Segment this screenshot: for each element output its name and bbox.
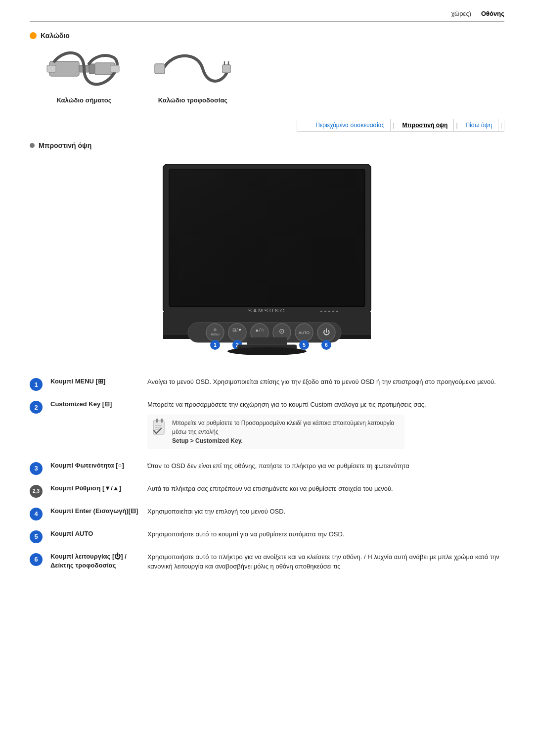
svg-rect-7 <box>222 65 230 73</box>
button-4-row: 4 Κουμπί Enter (Εισαγωγή)[⊟] Χρησιμοποιε… <box>30 507 504 520</box>
button-1-badge: 1 <box>30 378 43 391</box>
button-2-name-col: Customized Key [⊟] <box>50 400 139 409</box>
power-cable-item: Καλώδιο τροφοδοσίας <box>153 47 232 104</box>
button-6-name: Κουμπί λειτουργίας [⏻] / Δείκτης τροφοδο… <box>50 553 127 569</box>
button-2-badge: 2 <box>30 401 43 414</box>
front-bullet-icon <box>30 143 35 148</box>
button-4-name: Κουμπί Enter (Εισαγωγή)[⊟] <box>50 507 138 515</box>
button-3-name: Κουμπί Φωτεινότητα [○] <box>50 462 124 469</box>
tab-rear-view[interactable]: Πίσω όψη <box>460 119 498 131</box>
button-2-desc: Μπορείτε να προσαρμόσετε την εκχώρηση γι… <box>147 400 504 452</box>
cable-section: Καλώδιο <box>30 32 504 104</box>
button-1-name: Κουμπί MENU [⊞] <box>50 378 105 385</box>
button-6-name-col: Κουμπί λειτουργίας [⏻] / Δείκτης τροφοδο… <box>50 552 139 570</box>
front-section-label: Μπροστινή όψη <box>39 142 91 149</box>
svg-text:1: 1 <box>214 342 217 348</box>
svg-text:6: 6 <box>325 342 328 348</box>
button-1-desc: Ανοίγει το μενού OSD. Χρησιμοποιείται επ… <box>147 377 504 387</box>
svg-rect-51 <box>156 419 158 423</box>
button-23-name-col: Κουμπί Ρύθμιση [▼/▲] <box>50 484 139 493</box>
note-pencil-icon <box>151 419 167 434</box>
button-23-row: 2,3 Κουμπί Ρύθμιση [▼/▲] Αυτά τα πλήκτρα… <box>30 484 504 498</box>
button-2-row: 2 Customized Key [⊟] Μπορείτε να προσαρμ… <box>30 400 504 452</box>
cable-title-row: Καλώδιο <box>30 32 504 40</box>
svg-rect-12 <box>169 169 365 307</box>
button-6-badge: 6 <box>30 553 43 566</box>
svg-rect-5 <box>110 65 119 72</box>
svg-point-27 <box>228 324 246 341</box>
power-cable-label: Καλώδιο τροφοδοσίας <box>158 96 227 104</box>
button-23-name: Κουμπί Ρύθμιση [▼/▲] <box>50 484 121 492</box>
customized-key-note: Μπορείτε να ρυθμίσετε το Προσαρμοσμένο κ… <box>147 415 404 449</box>
svg-rect-52 <box>161 419 163 423</box>
button-4-desc: Χρησιμοποιείται για την επιλογή του μενο… <box>147 507 504 517</box>
button-5-name-col: Κουμπί AUTO <box>50 529 139 538</box>
svg-rect-6 <box>155 64 165 74</box>
front-title-row: Μπροστινή όψη <box>30 142 504 149</box>
tab-navigation[interactable]: Περιεχόμενα συσκευασίας | Μπροστινή όψη … <box>297 119 504 132</box>
svg-text:▲/☆: ▲/☆ <box>255 328 264 332</box>
signal-cable-label: Καλώδιο σήματος <box>56 96 111 104</box>
tab-package-contents[interactable]: Περιεχόμενα συσκευασίας <box>310 119 391 131</box>
button-4-badge: 4 <box>30 508 43 520</box>
svg-text:5: 5 <box>303 342 306 348</box>
header-monitor: Οθόνης <box>481 10 504 17</box>
button-5-name: Κουμπί AUTO <box>50 530 93 537</box>
cable-images-row: Καλώδιο σήματος Καλώδιο τρ <box>44 47 504 104</box>
button-3-desc: Όταν το OSD δεν είναι επί της οθόνης, πα… <box>147 461 504 471</box>
buttons-section: 1 Κουμπί MENU [⊞] Ανοίγει το μενού OSD. … <box>30 377 504 571</box>
svg-rect-2 <box>89 64 95 74</box>
button-1-row: 1 Κουμπί MENU [⊞] Ανοίγει το μενού OSD. … <box>30 377 504 391</box>
svg-text:⏻: ⏻ <box>323 328 330 336</box>
tab-front-view[interactable]: Μπροστινή όψη <box>397 119 454 131</box>
svg-text:⊙: ⊙ <box>279 327 285 335</box>
front-view-section: Μπροστινή όψη SAMSUNG <box>30 142 504 362</box>
button-2-name: Customized Key [⊟] <box>50 400 112 408</box>
button-3-row: 3 Κουμπί Φωτεινότητα [○] Όταν το OSD δεν… <box>30 461 504 475</box>
svg-text:⊟/▼: ⊟/▼ <box>232 328 242 332</box>
monitor-svg: SAMSUNG ⊞ MENU 1 ⊟/▼ <box>138 154 396 362</box>
cable-section-label: Καλώδιο <box>41 32 70 40</box>
cable-bullet-icon <box>30 32 37 39</box>
power-cable-image <box>153 47 232 93</box>
signal-cable-image <box>44 47 124 93</box>
signal-cable-item: Καλώδιο σήματος <box>44 47 124 104</box>
button-5-badge: 5 <box>30 530 43 543</box>
monitor-image-area: SAMSUNG ⊞ MENU 1 ⊟/▼ <box>30 154 504 362</box>
button-5-desc: Χρησιμοποιήστε αυτό το κουμπί για να ρυθ… <box>147 529 504 539</box>
button-3-name-col: Κουμπί Φωτεινότητα [○] <box>50 461 139 470</box>
svg-text:MENU: MENU <box>211 333 220 336</box>
button-1-name-col: Κουμπί MENU [⊞] <box>50 377 139 386</box>
button-6-desc: Χρησιμοποιήστε αυτό το πλήκτρο για να αν… <box>147 552 504 571</box>
button-23-badge: 2,3 <box>30 485 43 498</box>
page-header: χώρες) Οθόνης <box>30 10 504 22</box>
svg-point-49 <box>227 347 307 355</box>
note-text: Μπορείτε να ρυθμίσετε το Προσαρμοσμένο κ… <box>172 419 400 445</box>
header-spaces: χώρες) <box>451 10 471 17</box>
svg-rect-47 <box>247 337 287 345</box>
button-4-name-col: Κουμπί Enter (Εισαγωγή)[⊟] <box>50 507 139 516</box>
button-23-desc: Αυτά τα πλήκτρα σας επιτρέπουν να επισημ… <box>147 484 504 494</box>
svg-text:AUTO: AUTO <box>299 331 310 335</box>
svg-text:⊞: ⊞ <box>214 328 217 331</box>
button-6-row: 6 Κουμπί λειτουργίας [⏻] / Δείκτης τροφο… <box>30 552 504 571</box>
svg-rect-4 <box>47 65 56 72</box>
button-3-badge: 3 <box>30 462 43 475</box>
button-5-row: 5 Κουμπί AUTO Χρησιμοποιήστε αυτό το κου… <box>30 529 504 543</box>
svg-point-22 <box>206 324 224 341</box>
